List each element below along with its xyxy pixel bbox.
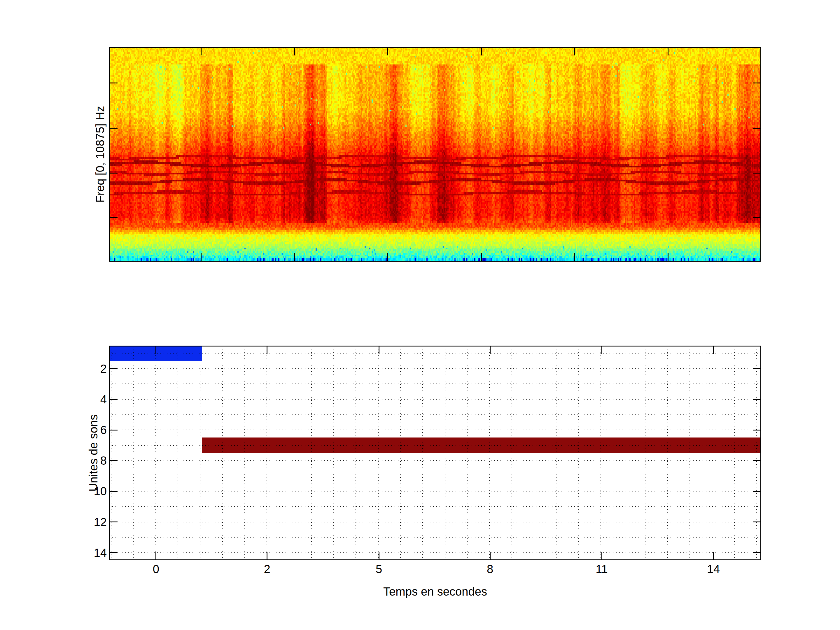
grid-line-vertical bbox=[400, 346, 401, 560]
spectrogram-image bbox=[109, 47, 761, 262]
grid-line-vertical bbox=[534, 346, 534, 560]
spectrogram-y-axis-label: Freq [0, 10875] Hz bbox=[94, 106, 107, 202]
x-tick-label: 2 bbox=[264, 563, 270, 575]
grid-line-vertical bbox=[111, 346, 111, 560]
grid-line-vertical bbox=[645, 346, 646, 560]
spectrogram-y-tick bbox=[110, 217, 118, 218]
grid-line-vertical bbox=[623, 346, 623, 560]
grid-line-horizontal bbox=[109, 368, 761, 369]
grid-line-vertical bbox=[734, 346, 735, 560]
y-tick bbox=[110, 429, 118, 431]
grid-line-vertical bbox=[245, 346, 245, 560]
grid-line-horizontal bbox=[109, 491, 761, 491]
spectrogram-x-tick bbox=[201, 48, 202, 55]
x-tick bbox=[490, 552, 491, 559]
y-tick-label: 12 bbox=[94, 516, 107, 528]
grid-line-vertical bbox=[667, 346, 668, 560]
grid-line-horizontal bbox=[109, 399, 761, 399]
spectrogram-x-tick bbox=[387, 48, 388, 55]
grid-line-vertical bbox=[355, 346, 356, 560]
spectrogram-y-tick bbox=[110, 173, 118, 174]
grid-line-horizontal bbox=[109, 506, 761, 507]
y-tick bbox=[753, 429, 760, 431]
x-tick-label: 0 bbox=[153, 563, 159, 575]
grid-line-vertical bbox=[445, 346, 445, 560]
time-x-axis-label: Temps en secondes bbox=[383, 585, 487, 598]
y-tick bbox=[753, 399, 760, 400]
y-tick bbox=[110, 552, 118, 553]
spectrogram-y-tick bbox=[753, 128, 760, 129]
spectrogram-x-tick bbox=[574, 253, 575, 261]
grid-line-vertical bbox=[600, 346, 601, 560]
grid-line-vertical bbox=[155, 346, 156, 560]
spectrogram-x-tick bbox=[481, 253, 482, 261]
grid-line-horizontal bbox=[109, 460, 761, 461]
spectrogram-x-tick bbox=[574, 48, 575, 55]
spectrogram-y-tick bbox=[753, 173, 760, 174]
spectrogram-subplot bbox=[109, 47, 761, 262]
spectrogram-x-tick bbox=[668, 48, 668, 55]
grid-line-vertical bbox=[690, 346, 690, 560]
grid-line-vertical bbox=[756, 346, 757, 560]
spectrogram-y-tick bbox=[110, 82, 118, 84]
grid-line-vertical bbox=[712, 346, 712, 560]
grid-line-horizontal bbox=[109, 414, 761, 415]
grid-line-vertical bbox=[556, 346, 556, 560]
grid-line-vertical bbox=[267, 346, 267, 560]
y-tick bbox=[753, 491, 760, 492]
x-tick-label: 11 bbox=[595, 563, 608, 575]
y-tick bbox=[110, 368, 118, 369]
grid-line-horizontal bbox=[109, 384, 761, 384]
spectrogram-x-tick bbox=[201, 253, 202, 261]
x-tick bbox=[379, 346, 379, 354]
grid-line-vertical bbox=[578, 346, 579, 560]
x-tick bbox=[155, 346, 156, 354]
grid-line-horizontal bbox=[109, 522, 761, 523]
spectrogram-x-tick bbox=[668, 253, 668, 261]
grid-line-vertical bbox=[378, 346, 379, 560]
grid-line-vertical bbox=[178, 346, 178, 560]
spectrogram-x-tick bbox=[387, 253, 388, 261]
spectrogram-x-tick bbox=[481, 48, 482, 55]
grid-line-vertical bbox=[289, 346, 289, 560]
y-tick bbox=[753, 521, 760, 523]
grid-line-vertical bbox=[467, 346, 467, 560]
x-tick bbox=[713, 346, 714, 354]
spectrogram-x-tick bbox=[294, 48, 295, 55]
spectrogram-x-tick bbox=[294, 253, 295, 261]
x-tick-label: 14 bbox=[707, 563, 720, 575]
x-tick bbox=[602, 552, 602, 559]
spectrogram-y-tick bbox=[753, 217, 760, 218]
y-tick bbox=[110, 460, 118, 461]
y-tick-label: 6 bbox=[100, 424, 107, 436]
grid-line-horizontal bbox=[109, 537, 761, 538]
grid-line-horizontal bbox=[109, 476, 761, 476]
y-tick bbox=[753, 460, 760, 461]
spectrogram-y-tick bbox=[753, 82, 760, 84]
y-tick-label: 4 bbox=[100, 393, 107, 405]
x-tick bbox=[713, 552, 714, 559]
grid-line-vertical bbox=[200, 346, 201, 560]
grid-line-vertical bbox=[311, 346, 312, 560]
y-tick-label: 8 bbox=[100, 455, 107, 466]
y-tick-label: 2 bbox=[100, 363, 107, 374]
y-tick bbox=[110, 491, 118, 492]
spectrogram-y-tick bbox=[110, 128, 118, 129]
grid-line-horizontal bbox=[109, 445, 761, 446]
x-tick bbox=[379, 552, 379, 559]
sound-units-y-axis-label: Unites de sons bbox=[87, 414, 100, 492]
grid-line-vertical bbox=[133, 346, 134, 560]
y-tick-label: 14 bbox=[94, 547, 107, 559]
grid-line-vertical bbox=[422, 346, 423, 560]
x-tick bbox=[267, 552, 267, 559]
sound-units-subplot: 025811142468101214 bbox=[109, 346, 761, 560]
grid-line-vertical bbox=[222, 346, 223, 560]
y-tick bbox=[110, 521, 118, 523]
x-tick bbox=[490, 346, 491, 354]
x-tick bbox=[155, 552, 156, 559]
y-tick bbox=[753, 552, 760, 553]
x-tick-label: 8 bbox=[487, 563, 493, 575]
grid-line-vertical bbox=[512, 346, 512, 560]
y-tick bbox=[110, 399, 118, 400]
grid-line-horizontal bbox=[109, 353, 761, 354]
